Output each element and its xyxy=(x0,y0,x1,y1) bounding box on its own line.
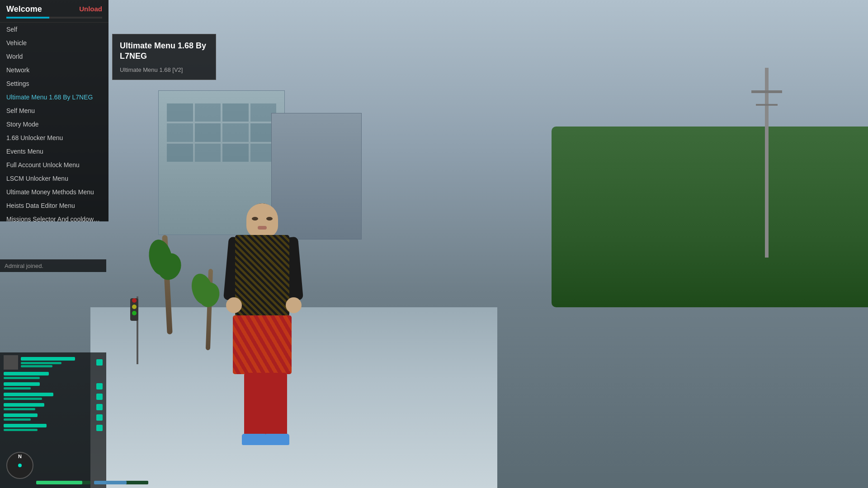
player-name-bar-5 xyxy=(4,403,44,407)
progress-bar-container xyxy=(6,17,102,19)
player-info-1 xyxy=(21,357,94,368)
menu-item-6[interactable]: Self Menu xyxy=(0,104,108,117)
player-icon-3 xyxy=(96,394,103,400)
player-icon-5 xyxy=(96,414,103,421)
minimap-dot xyxy=(18,464,22,467)
char-leg-right xyxy=(264,373,287,436)
menu-item-3[interactable]: Network xyxy=(0,63,108,77)
utility-pole xyxy=(765,68,769,258)
char-hand-right xyxy=(286,297,302,313)
char-head xyxy=(246,203,278,237)
menu-item-11[interactable]: LSCM Unlocker Menu xyxy=(0,172,108,185)
player-icon-4 xyxy=(96,404,103,410)
player-info-6 xyxy=(4,413,94,422)
info-panel-subtitle: Ultimate Menu 1.68 [V2] xyxy=(120,66,208,73)
player-name-bar-1 xyxy=(21,357,75,361)
joined-text: Admiral joined. xyxy=(5,263,43,269)
armor-bar-bg xyxy=(94,481,148,484)
menu-list: SelfVehicleWorldNetworkSettingsUltimate … xyxy=(0,23,108,221)
palm-tree-1 xyxy=(156,235,179,398)
char-shoe-right xyxy=(264,434,289,445)
progress-bar xyxy=(6,17,49,19)
menu-item-9[interactable]: Events Menu xyxy=(0,145,108,158)
player-info-2 xyxy=(4,372,103,380)
menu-item-4[interactable]: Settings xyxy=(0,77,108,90)
minimap: N xyxy=(6,452,33,479)
player-stat-5 xyxy=(4,398,42,400)
player-name-bar-6 xyxy=(4,413,38,417)
player-bar-7 xyxy=(4,424,103,432)
player-stat-1 xyxy=(21,362,61,364)
player-icon-2 xyxy=(96,383,103,389)
hedge xyxy=(552,127,868,307)
player-info-4 xyxy=(4,393,94,401)
menu-item-1[interactable]: Vehicle xyxy=(0,36,108,50)
player-name-bar-7 xyxy=(4,424,47,427)
player-name-bar-2 xyxy=(4,372,49,375)
traffic-light xyxy=(133,296,142,389)
player-stat-2 xyxy=(21,365,52,367)
menu-item-12[interactable]: Ultimate Money Methods Menu xyxy=(0,185,108,199)
menu-item-0[interactable]: Self xyxy=(0,23,108,36)
menu-item-13[interactable]: Heists Data Editor Menu xyxy=(0,199,108,212)
char-torso xyxy=(235,235,289,316)
info-panel: Ultimate Menu 1.68 By L7NEG Ultimate Men… xyxy=(112,34,216,80)
menu-item-14[interactable]: Missions Selector And cooldown M xyxy=(0,212,108,221)
player-stat-4 xyxy=(4,387,31,389)
char-hand-left xyxy=(226,297,242,313)
player-bar-5 xyxy=(4,403,103,411)
menu-item-2[interactable]: World xyxy=(0,50,108,63)
player-bar-6 xyxy=(4,413,103,422)
char-leg-left xyxy=(244,373,267,436)
char-shorts xyxy=(233,315,292,374)
player-stat-8 xyxy=(4,429,38,431)
minimap-north-label: N xyxy=(18,454,22,459)
joined-notification: Admiral joined. xyxy=(0,259,106,272)
player-stat-7 xyxy=(4,418,31,421)
player-icon-6 xyxy=(96,425,103,431)
sidebar-header: Welcome Unload xyxy=(0,0,108,23)
player-info-7 xyxy=(4,424,94,432)
menu-item-5[interactable]: Ultimate Menu 1.68 By L7NEG xyxy=(0,90,108,104)
hud-health-row xyxy=(36,481,148,484)
player-bar-3 xyxy=(4,382,103,390)
unload-button[interactable]: Unload xyxy=(79,5,102,13)
player-character xyxy=(222,203,303,465)
char-shoe-left xyxy=(242,434,267,445)
sidebar: Welcome Unload SelfVehicleWorldNetworkSe… xyxy=(0,0,108,221)
player-bar-4 xyxy=(4,393,103,401)
player-icon-1 xyxy=(96,359,103,366)
player-avatar-1 xyxy=(4,355,18,370)
menu-item-8[interactable]: 1.68 Unlocker Menu xyxy=(0,131,108,145)
armor-bar xyxy=(94,481,127,484)
health-bar xyxy=(36,481,82,484)
player-bar-1 xyxy=(4,355,103,370)
health-bar-bg xyxy=(36,481,90,484)
menu-item-10[interactable]: Full Account Unlock Menu xyxy=(0,158,108,172)
player-info-5 xyxy=(4,403,94,411)
player-stat-6 xyxy=(4,408,35,410)
player-info-3 xyxy=(4,382,94,390)
menu-item-7[interactable]: Story Mode xyxy=(0,117,108,131)
player-name-bar-4 xyxy=(4,393,53,396)
palm-tree-2 xyxy=(199,269,219,407)
player-bar-2 xyxy=(4,372,103,380)
info-panel-title: Ultimate Menu 1.68 By L7NEG xyxy=(120,41,208,62)
player-stat-3 xyxy=(4,377,40,379)
player-name-bar-3 xyxy=(4,382,40,386)
